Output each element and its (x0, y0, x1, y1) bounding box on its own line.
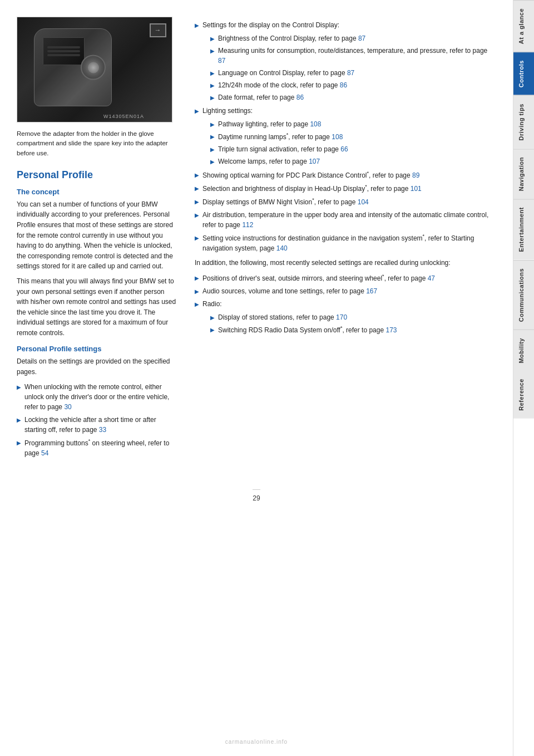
page-link[interactable]: 87 (347, 69, 354, 77)
settings-intro: Details on the settings are provided on … (17, 356, 178, 377)
sidebar-tab-reference[interactable]: Reference (513, 371, 534, 419)
list-item: ▶ Daytime running lamps*, refer to page … (195, 131, 496, 142)
bullet-text: Settings for the display on the Control … (202, 20, 339, 30)
bullet-text: Welcome lamps, refer to page 107 (218, 156, 320, 166)
concept-para1: You can set a number of functions of you… (17, 199, 178, 272)
sub-bullet-list-lighting: ▶ Pathway lighting, refer to page 108 ▶ … (195, 119, 496, 166)
page-link[interactable]: 108 (310, 120, 321, 128)
sub-bullet-arrow-icon: ▶ (210, 326, 215, 334)
bullet-text: Daytime running lamps*, refer to page 10… (218, 131, 343, 142)
image-caption: Remove the adapter from the holder in th… (17, 129, 178, 158)
list-item: ▶ Selection and brightness of display in… (195, 183, 496, 194)
right-column: ▶ Settings for the display on the Contro… (195, 17, 496, 462)
page-link[interactable]: 140 (276, 244, 288, 252)
bullet-text: Switching RDS Radio Data System on/off*,… (218, 325, 397, 335)
sub-bullet-arrow-icon: ▶ (210, 145, 215, 154)
sub-bullet-list-display: ▶ Brightness of the Control Display, ref… (195, 33, 496, 102)
bullet-text: Selection and brightness of display in H… (202, 183, 422, 194)
sidebar-tab-mobility[interactable]: Mobility (513, 330, 534, 371)
settings-bullet-list: ▶ When unlocking with the remote control… (17, 382, 178, 458)
concept-heading: The concept (17, 188, 178, 196)
bullet-arrow-icon: ▶ (195, 171, 199, 179)
bullet-arrow-icon: ▶ (195, 300, 199, 308)
sidebar-tab-controls[interactable]: Controls (513, 52, 534, 95)
bullet-text: Date format, refer to page 86 (218, 92, 304, 102)
page-link[interactable]: 101 (411, 185, 422, 193)
bullet-text: When unlocking with the remote control, … (24, 382, 178, 412)
settings-heading: Personal Profile settings (17, 345, 178, 353)
personal-profile-title: Personal Profile (17, 169, 178, 181)
bullet-text: Air distribution, temperature in the upp… (202, 210, 496, 230)
bullet-arrow-icon: ▶ (195, 274, 199, 282)
bullet-arrow-icon: ▶ (195, 107, 199, 115)
page-link[interactable]: 33 (99, 426, 106, 434)
page-number: 29 (253, 489, 260, 502)
bullet-text: Positions of driver's seat, outside mirr… (202, 273, 435, 283)
bullet-arrow-icon: ▶ (17, 416, 21, 424)
bullet-text: Pathway lighting, refer to page 108 (218, 119, 321, 129)
image-watermark: W14305EN01A (103, 114, 144, 119)
sidebar: At a glance Controls Driving tips Naviga… (513, 0, 534, 756)
page-link[interactable]: 86 (340, 81, 347, 89)
sidebar-tab-communications[interactable]: Communications (513, 260, 534, 330)
right-bullet-list: ▶ Settings for the display on the Contro… (195, 20, 496, 30)
list-item: ▶ 12h/24h mode of the clock, refer to pa… (195, 80, 496, 90)
bullet-text: Programming buttons* on steering wheel, … (24, 438, 178, 458)
list-item: ▶ Triple turn signal activation, refer t… (195, 144, 496, 154)
bullet-arrow-icon: ▶ (195, 211, 199, 219)
page-link[interactable]: 87 (218, 57, 225, 65)
arrow-indicator: → (148, 22, 167, 38)
sidebar-tab-entertainment[interactable]: Entertainment (513, 199, 534, 259)
bullet-text: 12h/24h mode of the clock, refer to page… (218, 80, 347, 90)
page-link[interactable]: 108 (332, 133, 343, 141)
page-link[interactable]: 104 (358, 198, 369, 206)
list-item: ▶ Brightness of the Control Display, ref… (195, 33, 496, 43)
bullet-text: Brightness of the Control Display, refer… (218, 33, 365, 43)
sub-bullet-arrow-icon: ▶ (210, 81, 215, 90)
page-number-area: 29 (17, 473, 496, 502)
page-link[interactable]: 86 (296, 94, 304, 101)
list-item: ▶ Welcome lamps, refer to page 107 (195, 156, 496, 166)
right-bullet-single: ▶ Showing optical warning for PDC Park D… (195, 170, 496, 253)
bottom-watermark: carmanualonline.info (225, 739, 288, 745)
key-image: → W14305EN01A (17, 17, 172, 122)
sub-bullet-list-radio: ▶ Display of stored stations, refer to p… (195, 312, 496, 335)
bullet-arrow-icon: ▶ (17, 439, 21, 447)
page-link[interactable]: 112 (242, 221, 253, 229)
list-item: ▶ Lighting settings: (195, 106, 496, 116)
bullet-arrow-icon: ▶ (195, 184, 199, 193)
list-item: ▶ Display of stored stations, refer to p… (195, 312, 496, 322)
left-column: → W14305EN01A Remove the adapter from th… (17, 17, 178, 462)
list-item: ▶ Programming buttons* on steering wheel… (17, 438, 178, 458)
list-item: ▶ Radio: (195, 299, 496, 309)
page-link[interactable]: 47 (428, 274, 435, 282)
page-link[interactable]: 107 (309, 158, 320, 165)
sub-bullet-arrow-icon: ▶ (210, 313, 215, 322)
additional-text: In addition, the following, most recentl… (195, 258, 496, 268)
sidebar-tab-navigation[interactable]: Navigation (513, 149, 534, 199)
list-item: ▶ When unlocking with the remote control… (17, 382, 178, 412)
main-content: → W14305EN01A Remove the adapter from th… (0, 0, 513, 756)
list-item: ▶ Positions of driver's seat, outside mi… (195, 273, 496, 283)
page-link[interactable]: 87 (358, 35, 365, 42)
list-item: ▶ Settings for the display on the Contro… (195, 20, 496, 30)
page-link[interactable]: 173 (385, 326, 397, 334)
page-link[interactable]: 30 (64, 403, 71, 411)
page-link[interactable]: 54 (41, 449, 48, 457)
sidebar-tab-driving-tips[interactable]: Driving tips (513, 95, 534, 149)
page-link[interactable]: 66 (340, 145, 348, 153)
sub-bullet-arrow-icon: ▶ (210, 120, 215, 129)
key-fob-shape (34, 28, 112, 106)
list-item: ▶ Audio sources, volume and tone setting… (195, 286, 496, 296)
list-item: ▶ Showing optical warning for PDC Park D… (195, 170, 496, 180)
bullet-arrow-icon: ▶ (195, 234, 199, 242)
page-link[interactable]: 170 (336, 313, 347, 321)
concept-para2: This means that you will always find you… (17, 276, 178, 338)
sidebar-tab-at-a-glance[interactable]: At a glance (513, 0, 534, 52)
bullet-text: Lighting settings: (202, 106, 253, 116)
page-link[interactable]: 89 (412, 171, 419, 179)
bullet-arrow-icon: ▶ (17, 383, 21, 391)
sub-bullet-arrow-icon: ▶ (210, 132, 215, 141)
page-link[interactable]: 167 (366, 287, 377, 295)
list-item: ▶ Locking the vehicle after a short time… (17, 415, 178, 435)
